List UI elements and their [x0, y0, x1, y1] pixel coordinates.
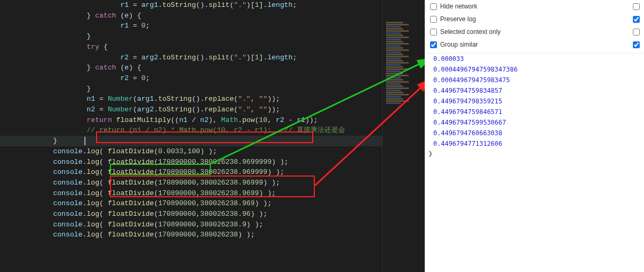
console-output[interactable]: 0.00044967947598347386: [425, 64, 644, 75]
code-token: console: [53, 168, 82, 176]
console-prompt-chevron-icon[interactable]: ❯: [425, 149, 644, 157]
code-token: 380026238.9699: [200, 189, 259, 197]
editor-minimap[interactable]: [382, 0, 425, 272]
code-token: log: [87, 221, 99, 229]
console-output[interactable]: 0.000033: [425, 54, 644, 64]
code-token: ,: [196, 231, 200, 239]
filter-row-hide-network: Hide network: [425, 0, 644, 13]
console-output-list[interactable]: 0.0000330.000449679475983473860.00044967…: [425, 53, 644, 272]
code-line[interactable]: console.log( floatDivide(0.0033,100) );: [53, 146, 345, 157]
checkbox-right-group-similar[interactable]: [633, 41, 640, 48]
code-token: ),: [209, 116, 221, 124]
code-line[interactable]: console.log( floatDivide(170890000,38002…: [53, 230, 345, 240]
code-token: r2: [121, 74, 129, 82]
filter-label: Preserve log: [440, 15, 476, 23]
code-editor[interactable]: r1 = arg1.toString().split(".")[1].lengt…: [0, 0, 425, 272]
code-token: 170890000: [158, 199, 196, 207]
code-token: pow: [242, 116, 255, 124]
code-token: ].: [259, 1, 268, 9]
code-line[interactable]: // return (n1 / n2) * Math.pow(10, r2 - …: [53, 125, 345, 136]
code-line[interactable]: console.log( floatDivide(170890000,38002…: [53, 198, 345, 209]
code-token: (: [99, 158, 108, 166]
checkbox-right-selected-context-only[interactable]: [633, 29, 640, 36]
code-token: ,: [196, 168, 200, 176]
code-token: "": [259, 106, 268, 113]
code-token: (: [99, 179, 108, 187]
console-output[interactable]: 0.4496794771312606: [425, 138, 644, 149]
code-token: catch: [95, 64, 116, 72]
code-token: ,: [268, 116, 276, 124]
code-token: 170890000: [158, 231, 196, 239]
code-line[interactable]: r2 = 0;: [53, 73, 345, 84]
code-token: ;: [293, 54, 297, 62]
code-token: (: [154, 147, 158, 155]
code-line[interactable]: console.log( floatDivide(170890000,38002…: [53, 167, 345, 178]
code-token: console: [53, 199, 82, 207]
code-line[interactable]: }: [53, 136, 345, 146]
code-token: ,: [196, 210, 200, 218]
code-token: .: [158, 1, 162, 9]
code-token: ) );: [238, 231, 255, 239]
code-token: floatDivide: [108, 210, 154, 218]
code-token: ().: [196, 54, 209, 62]
checkbox-group-similar[interactable]: [430, 41, 437, 48]
code-line[interactable]: r1 = 0;: [53, 21, 345, 31]
code-token: ) );: [246, 221, 263, 229]
code-line[interactable]: return floatMultiply((n1 / n2), Math.pow…: [53, 115, 345, 126]
code-token: Number: [108, 106, 133, 113]
code-token: .: [154, 106, 158, 113]
code-line[interactable]: }: [53, 84, 345, 94]
code-line[interactable]: try {: [53, 42, 345, 52]
checkbox-hide-network[interactable]: [430, 3, 437, 10]
code-token: 1: [255, 54, 259, 62]
console-output[interactable]: 0.4496794759846571: [425, 107, 644, 117]
code-token: ,: [251, 95, 259, 103]
code-token: floatDivide: [108, 199, 154, 207]
code-token: ().: [196, 1, 209, 9]
code-token: ".": [238, 95, 251, 103]
code-line[interactable]: } catch (e) {: [53, 11, 345, 21]
code-line[interactable]: } catch (e) {: [53, 63, 345, 73]
code-line[interactable]: r2 = arg2.toString().split(".")[1].lengt…: [53, 52, 345, 63]
code-token: r1: [297, 116, 305, 124]
code-line[interactable]: n1 = Number(arg1.toString().replace(".",…: [53, 94, 345, 104]
code-line[interactable]: console.log( floatDivide(170890000,38002…: [53, 209, 345, 220]
code-token: console: [53, 147, 82, 155]
code-token: 380026238.96999: [200, 179, 263, 187]
code-token: (: [154, 221, 158, 229]
console-output[interactable]: 0.4496794760663038: [425, 128, 644, 138]
code-line[interactable]: n2 = Number(arg2.toString().replace(".",…: [53, 104, 345, 115]
code-token: toString: [162, 54, 196, 62]
code-token: arg2: [137, 106, 154, 113]
code-token: ) );: [268, 168, 285, 176]
code-token: r2: [276, 116, 285, 124]
code-token: ;: [145, 74, 150, 82]
code-token: (: [154, 210, 158, 218]
checkbox-right-hide-network[interactable]: [633, 3, 640, 10]
checkbox-selected-context-only[interactable]: [430, 29, 437, 36]
code-token: [112, 116, 116, 124]
console-output[interactable]: 0.4496794798359215: [425, 96, 644, 107]
code-line[interactable]: console.log( floatDivide(170890000,38002…: [53, 220, 345, 230]
code-token: =: [95, 106, 108, 113]
code-token: ".": [238, 106, 251, 113]
console-output[interactable]: 0.4496794759834857: [425, 85, 644, 96]
code-line[interactable]: }: [53, 31, 345, 42]
code-line[interactable]: console.log( floatDivide(170890000,38002…: [53, 188, 345, 199]
console-output[interactable]: 0.44967947599530667: [425, 117, 644, 128]
checkbox-preserve-log[interactable]: [430, 16, 437, 23]
devtools-console: Hide networkPreserve logSelected context…: [425, 0, 644, 272]
code-token: toString: [158, 106, 192, 113]
code-token: log: [87, 168, 99, 176]
code-token: return (n1 / n2) * Math.pow(10, r2 - r1)…: [99, 126, 345, 134]
code-token: floatDivide: [108, 147, 154, 155]
code-line[interactable]: r1 = arg1.toString().split(".")[1].lengt…: [53, 0, 345, 11]
code-line[interactable]: console.log( floatDivide(170890000,38002…: [53, 178, 345, 188]
code-token: 380026238: [200, 231, 238, 239]
code-token: ) {: [128, 12, 141, 20]
code-token: split: [209, 1, 230, 9]
checkbox-right-preserve-log[interactable]: [633, 16, 640, 23]
console-output[interactable]: 0.000449679475983475: [425, 75, 644, 85]
filter-label: Selected context only: [440, 28, 501, 36]
code-line[interactable]: console.log( floatDivide(170890000,38002…: [53, 157, 345, 168]
